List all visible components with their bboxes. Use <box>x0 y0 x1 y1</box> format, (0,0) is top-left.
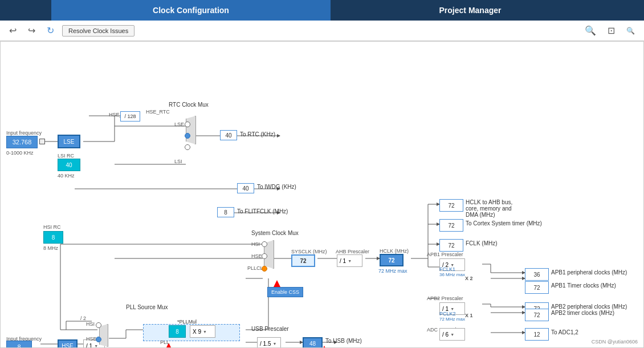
hsi-unit: 8 MHz <box>43 245 58 251</box>
freq1-indicator <box>39 139 45 144</box>
header-right <box>610 0 644 21</box>
apb2-timer-label: APB2 timer clocks (MHz) <box>551 310 614 316</box>
redo-button[interactable]: ↪ <box>25 24 39 37</box>
pclk2-label: PCLK2 <box>439 311 456 317</box>
pll-value[interactable]: 8 <box>169 325 186 338</box>
div2-label: / 2 <box>80 315 86 321</box>
hsi-rc-label: HSI RC <box>43 224 61 230</box>
apb2-prescaler-label: APB2 Prescaler <box>427 296 463 301</box>
hclk-value[interactable]: 72 <box>380 254 403 266</box>
zoom-out-button[interactable]: 🔍 <box>623 26 638 36</box>
rtc-mux-radio2[interactable] <box>185 133 190 139</box>
iwdg-value: 40 <box>237 183 254 193</box>
usb-label: To USB (MHz) <box>325 338 362 344</box>
apb1-timer-value: 72 <box>525 281 549 294</box>
usb-prescaler-label: USB Prescaler <box>251 326 289 332</box>
clock-config-title: Clock Configuration <box>51 0 331 21</box>
undo-button[interactable]: ↩ <box>6 24 20 37</box>
cortex-label: To Cortex System timer (MHz) <box>466 220 542 226</box>
flit-value: 8 <box>217 207 234 217</box>
iwdg-label: To IWDG (KHz) <box>257 184 296 190</box>
clock-diagram-canvas: RTC Clock Mux System Clock Mux PLL Sourc… <box>0 41 644 348</box>
input-freq1-value[interactable]: 32.768 <box>6 136 38 148</box>
hse-box[interactable]: HSE <box>58 339 78 348</box>
fclk-value: 72 <box>439 239 463 252</box>
zoom-in-button[interactable]: 🔍 <box>581 24 600 37</box>
lsi-rc-label: LSI RC <box>58 153 74 159</box>
rtc-out-value: 40 <box>220 130 237 140</box>
hclk-ahb-value: 72 <box>439 199 463 212</box>
pll-mux-radio1[interactable] <box>96 322 101 328</box>
pll-source-mux[interactable] <box>99 324 108 347</box>
rtc-mux-radio3[interactable] <box>185 144 190 150</box>
enable-css-button[interactable]: Enable CSS <box>267 287 303 297</box>
ahb-prescaler-dropdown[interactable]: / 1 <box>337 254 362 267</box>
pll-source-mux-label: PLL Source Mux <box>126 304 168 310</box>
usb-div-dropdown[interactable]: / 1.5 <box>257 337 281 348</box>
pll-mux-radio2[interactable] <box>96 337 101 342</box>
sysclk-label: SYSCLK (MHz) <box>291 249 327 254</box>
fclk1-max: 36 MHz max <box>439 272 465 277</box>
lsi-value[interactable]: 40 <box>58 159 80 171</box>
fclk-label: FCLK (MHz) <box>466 240 498 246</box>
apb2-per-label: APB2 peripheral clocks (MHz) <box>551 304 627 310</box>
fit-button[interactable]: ⊡ <box>604 24 618 37</box>
project-manager-title: Project Manager <box>331 0 610 21</box>
rtc-out-label: To RTC (KHz) <box>240 131 275 137</box>
pllmul-label: *PLLMul <box>177 319 197 325</box>
lsi-unit: 40 KHz <box>58 173 75 179</box>
ahb-prescaler-label: AHB Prescaler <box>336 249 369 254</box>
hsi-rc-value[interactable]: 8 <box>43 231 63 244</box>
hse-rtc-label: HSE_RTC <box>146 109 170 115</box>
pclk2-max: 72 MHz max <box>439 317 465 322</box>
input-freq2-value[interactable]: 8 <box>6 341 32 348</box>
x2-label: X 2 <box>465 276 473 281</box>
apb1-per-label: APB1 peripheral clocks (MHz) <box>551 269 627 276</box>
rtc-clock-mux-label: RTC Clock Mux <box>169 102 209 108</box>
usb-value[interactable]: 48 <box>303 337 323 348</box>
lse-line-label: LSE <box>174 122 184 127</box>
apb1-timer-label: APB1 Timer clocks (MHz) <box>551 282 616 289</box>
header-left <box>0 0 51 21</box>
lsi-line-label: LSI <box>174 159 182 164</box>
sys-mux-radio2[interactable] <box>262 253 267 259</box>
hclk-max: 72 MHz max <box>378 268 407 274</box>
toolbar: ↩ ↪ ↻ Resolve Clock Issues 🔍 ⊡ 🔍 <box>0 21 644 41</box>
apb2-timer-value: 72 <box>525 309 549 321</box>
input-freq1-range: 0-1000 KHz <box>6 150 34 156</box>
sys-mux-radio1[interactable] <box>262 241 267 247</box>
resolve-clock-button[interactable]: Resolve Clock Issues <box>62 25 134 37</box>
hse-sys-label: HSE <box>251 253 262 259</box>
rtc-mux-radio1[interactable] <box>185 122 190 127</box>
flit-label: To FLITFCLK (MHz) <box>237 208 288 215</box>
hclk-label: HCLK (MHz) <box>380 248 409 254</box>
refresh-button[interactable]: ↻ <box>43 24 58 37</box>
hsi-pll-label: HSI <box>86 321 95 327</box>
apb1-prescaler-label: APB1 Prescaler <box>427 252 463 257</box>
x1-label: X 1 <box>465 313 473 318</box>
pllmul-dropdown[interactable]: X 9 <box>190 325 215 338</box>
fclk1-label: FCLK1 <box>439 266 455 272</box>
hclk-ahb-label: HCLK to AHB bus, core, memory and DMA (M… <box>466 199 523 218</box>
cortex-value: 72 <box>439 219 463 232</box>
adc-prescaler-dropdown[interactable]: / 6 <box>439 328 465 341</box>
div128-box[interactable]: / 128 <box>120 111 140 122</box>
watermark: CSDN @yutian0606 <box>592 339 638 345</box>
pll-label: PLL <box>160 339 169 345</box>
input-freq1-label: Input frequency <box>6 130 42 136</box>
hsi-sys-label: HSI <box>251 241 260 247</box>
sysclk-value[interactable]: 72 <box>291 254 315 267</box>
apb1-per-value: 36 <box>525 268 549 281</box>
system-clock-mux-label: System Clock Mux <box>251 230 299 236</box>
rtc-mux[interactable] <box>186 116 196 144</box>
lse-box[interactable]: LSE <box>58 135 80 148</box>
connection-lines <box>1 42 643 347</box>
sys-mux-radio3[interactable] <box>262 266 267 272</box>
adc-value: 12 <box>525 328 549 341</box>
hse-pll-label: HSE <box>86 336 97 342</box>
adc-label: To ADC1,2 <box>551 329 578 335</box>
